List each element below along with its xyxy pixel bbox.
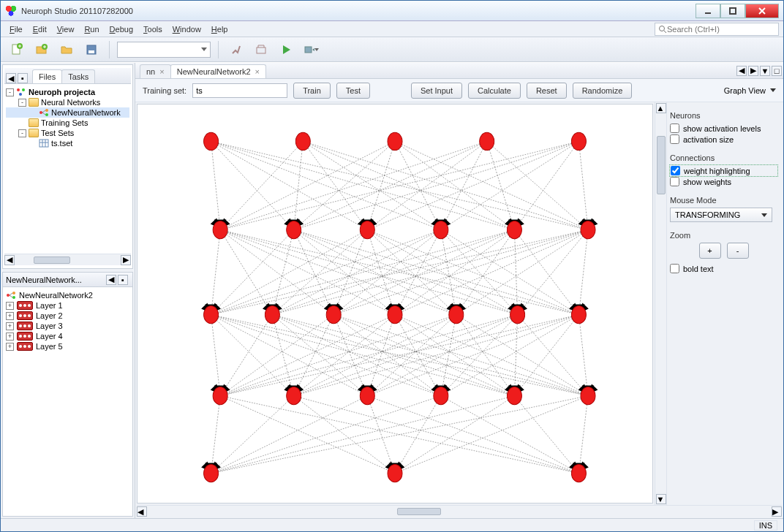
close-icon[interactable]: × — [159, 67, 164, 76]
layer-row[interactable]: +Layer 3 — [6, 321, 129, 331]
search-box[interactable] — [655, 23, 779, 36]
svg-line-57 — [211, 230, 294, 315]
svg-rect-0 — [730, 8, 736, 14]
pin-icon[interactable]: ▪ — [118, 275, 128, 285]
expand-icon[interactable]: + — [6, 302, 14, 310]
expand-icon[interactable]: + — [6, 332, 14, 341]
tab-files[interactable]: Files — [32, 69, 62, 83]
close-icon[interactable]: × — [255, 67, 260, 76]
reset-button[interactable]: Reset — [527, 83, 567, 99]
svg-rect-8 — [257, 48, 265, 53]
pin-icon[interactable]: ▪ — [18, 73, 28, 83]
menu-run[interactable]: Run — [80, 23, 103, 35]
test-button[interactable]: Test — [336, 83, 370, 99]
navigator-tree[interactable]: NewNeuralNetwork2 +Layer 1+Layer 2+Layer… — [3, 287, 132, 516]
svg-point-176 — [204, 465, 219, 482]
layer-row[interactable]: +Layer 1 — [6, 300, 129, 311]
svg-line-125 — [441, 315, 518, 396]
new-file-button[interactable] — [7, 40, 27, 59]
editor-tab-network2[interactable]: NewNeuralNetwork2× — [170, 64, 266, 78]
save-all-button[interactable] — [81, 40, 102, 59]
editor-tab-nn[interactable]: nn× — [140, 64, 171, 78]
dropdown-icon[interactable]: ▼ — [760, 66, 770, 76]
expand-icon[interactable]: + — [6, 312, 14, 320]
activation-size-checkbox[interactable]: activation size — [670, 134, 777, 145]
svg-line-28 — [303, 141, 367, 229]
table-icon — [39, 139, 49, 148]
expand-icon[interactable]: + — [6, 343, 14, 351]
config-combo[interactable] — [117, 42, 211, 58]
calculate-button[interactable]: Calculate — [468, 83, 521, 99]
new-project-button[interactable] — [31, 40, 52, 59]
clean-build-button[interactable] — [251, 40, 271, 59]
svg-line-140 — [211, 396, 368, 474]
search-icon — [658, 25, 667, 34]
search-input[interactable] — [667, 25, 775, 34]
menu-view[interactable]: View — [53, 23, 79, 35]
next-tab-icon[interactable]: ▶ — [748, 66, 758, 76]
left-arrow-icon[interactable]: ◀ — [6, 73, 16, 83]
randomize-button[interactable]: Randomize — [573, 83, 633, 99]
tab-tasks[interactable]: Tasks — [61, 69, 95, 83]
show-weights-checkbox[interactable]: show weights — [670, 176, 777, 187]
svg-line-92 — [211, 315, 221, 396]
svg-point-154 — [388, 132, 402, 150]
menu-help[interactable]: Help — [207, 23, 233, 35]
svg-line-47 — [441, 141, 579, 229]
show-activation-checkbox[interactable]: show activation levels — [670, 123, 777, 134]
tree-hscrollbar[interactable]: ◀▶ — [4, 254, 131, 265]
svg-point-174 — [507, 387, 521, 405]
collapse-icon[interactable]: - — [6, 88, 14, 96]
zoom-out-button[interactable]: - — [727, 243, 749, 259]
svg-line-78 — [211, 230, 515, 315]
menu-file[interactable]: File — [5, 23, 27, 35]
canvas-vscrollbar[interactable]: ▲▼ — [655, 102, 666, 505]
training-set-input[interactable] — [192, 83, 287, 98]
zoom-in-button[interactable]: + — [699, 243, 721, 259]
svg-line-98 — [220, 315, 272, 396]
mouse-mode-select[interactable]: TRANSFORMING — [670, 208, 772, 222]
layer-row[interactable]: +Layer 2 — [6, 311, 129, 321]
canvas-hscrollbar[interactable]: ◀▶ — [137, 505, 782, 517]
open-button[interactable] — [56, 40, 77, 59]
svg-point-153 — [295, 132, 310, 150]
expand-icon[interactable]: + — [6, 322, 14, 330]
collapse-icon[interactable]: - — [18, 129, 26, 137]
set-input-button[interactable]: Set Input — [411, 83, 462, 99]
tree-item-network[interactable]: NewNeuralNetwork — [6, 107, 129, 118]
menu-tools[interactable]: Tools — [139, 23, 167, 35]
svg-line-50 — [211, 230, 221, 315]
minimize-button[interactable] — [696, 4, 720, 18]
build-button[interactable] — [226, 40, 246, 59]
layer-row[interactable]: +Layer 4 — [6, 331, 129, 341]
close-button[interactable] — [745, 4, 779, 18]
collapse-icon[interactable]: - — [18, 99, 26, 107]
project-tree[interactable]: -Neuroph projecta -Neural Networks NewNe… — [4, 84, 131, 254]
menu-debug[interactable]: Debug — [105, 23, 137, 35]
network-canvas[interactable] — [137, 104, 653, 503]
toolbar — [1, 37, 783, 62]
left-arrow-icon[interactable]: ◀ — [106, 275, 116, 285]
debug-button[interactable] — [301, 40, 321, 59]
svg-point-160 — [434, 221, 448, 238]
maximize-editor-icon[interactable]: □ — [772, 66, 782, 76]
tree-item-label: ts.tset — [51, 139, 72, 148]
tree-item-tset[interactable]: ts.tset — [6, 138, 129, 148]
svg-line-20 — [211, 141, 221, 229]
svg-line-73 — [333, 230, 441, 315]
weight-highlighting-checkbox[interactable]: weight highlighting — [670, 165, 777, 176]
bold-text-checkbox[interactable]: bold text — [670, 263, 777, 274]
tree-folder-label: Test Sets — [41, 129, 74, 137]
run-button[interactable] — [276, 40, 296, 59]
menu-window[interactable]: Window — [168, 23, 206, 35]
train-button[interactable]: Train — [293, 83, 331, 99]
svg-line-144 — [395, 396, 441, 474]
maximize-button[interactable] — [720, 4, 745, 18]
menu-edit[interactable]: Edit — [29, 23, 51, 35]
prev-tab-icon[interactable]: ◀ — [736, 66, 747, 76]
layer-row[interactable]: +Layer 5 — [6, 341, 129, 352]
view-selector[interactable]: Graph View — [724, 86, 776, 95]
svg-line-68 — [367, 230, 456, 315]
zoom-header: Zoom — [670, 231, 777, 240]
svg-line-107 — [333, 315, 441, 396]
